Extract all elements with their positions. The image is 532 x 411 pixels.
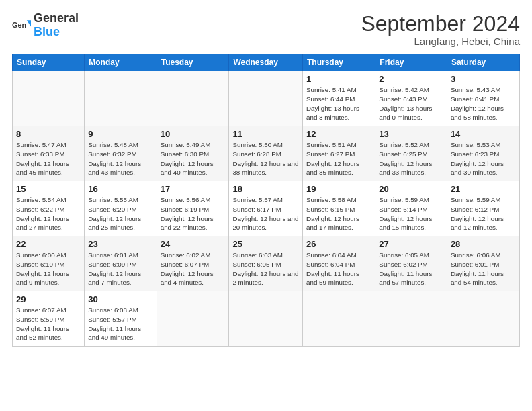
day-info: Sunrise: 6:06 AM Sunset: 6:01 PM Dayligh…	[451, 250, 516, 287]
calendar-day: 22 Sunrise: 6:00 AM Sunset: 6:10 PM Dayl…	[13, 236, 85, 291]
calendar-day: 11 Sunrise: 5:50 AM Sunset: 6:28 PM Dayl…	[229, 126, 303, 181]
svg-text:Gen: Gen	[12, 21, 26, 29]
calendar-empty	[375, 291, 447, 347]
day-info: Sunrise: 5:50 AM Sunset: 6:28 PM Dayligh…	[232, 140, 299, 177]
day-number: 9	[88, 129, 152, 139]
calendar-day: 20 Sunrise: 5:59 AM Sunset: 6:14 PM Dayl…	[375, 181, 447, 236]
day-info: Sunrise: 5:55 AM Sunset: 6:20 PM Dayligh…	[88, 195, 152, 232]
day-header: Tuesday	[157, 54, 229, 71]
day-number: 11	[232, 129, 299, 139]
day-number: 19	[306, 184, 371, 194]
day-info: Sunrise: 5:48 AM Sunset: 6:32 PM Dayligh…	[88, 140, 152, 177]
calendar-week: 15 Sunrise: 5:54 AM Sunset: 6:22 PM Dayl…	[13, 181, 520, 236]
day-info: Sunrise: 5:49 AM Sunset: 6:30 PM Dayligh…	[161, 140, 226, 177]
day-number: 1	[306, 74, 371, 84]
day-number: 16	[88, 184, 152, 194]
logo-blue: Blue	[34, 25, 60, 38]
day-number: 17	[161, 184, 226, 194]
calendar-empty	[157, 291, 229, 347]
month-title: September 2024	[361, 12, 520, 36]
day-info: Sunrise: 5:52 AM Sunset: 6:25 PM Dayligh…	[379, 140, 443, 177]
calendar-page: Gen General Blue September 2024 Langfang…	[0, 0, 532, 411]
logo-icon: Gen	[12, 16, 31, 35]
calendar-day: 12 Sunrise: 5:51 AM Sunset: 6:27 PM Dayl…	[303, 126, 375, 181]
day-number: 21	[451, 184, 516, 194]
day-info: Sunrise: 6:01 AM Sunset: 6:09 PM Dayligh…	[88, 250, 152, 287]
calendar-day: 14 Sunrise: 5:53 AM Sunset: 6:23 PM Dayl…	[447, 126, 519, 181]
calendar-day: 1 Sunrise: 5:41 AM Sunset: 6:44 PM Dayli…	[303, 71, 375, 126]
day-number: 29	[16, 294, 81, 304]
calendar-day: 29 Sunrise: 6:07 AM Sunset: 5:59 PM Dayl…	[13, 291, 85, 347]
day-number: 2	[379, 74, 443, 84]
calendar-empty	[229, 71, 303, 126]
calendar-day: 3 Sunrise: 5:43 AM Sunset: 6:41 PM Dayli…	[447, 71, 519, 126]
calendar-week: 22 Sunrise: 6:00 AM Sunset: 6:10 PM Dayl…	[13, 236, 520, 291]
day-info: Sunrise: 5:54 AM Sunset: 6:22 PM Dayligh…	[16, 195, 81, 232]
page-header: Gen General Blue September 2024 Langfang…	[12, 12, 520, 47]
day-info: Sunrise: 5:59 AM Sunset: 6:14 PM Dayligh…	[379, 195, 443, 232]
calendar-day: 19 Sunrise: 5:58 AM Sunset: 6:15 PM Dayl…	[303, 181, 375, 236]
day-number: 18	[232, 184, 299, 194]
day-number: 20	[379, 184, 443, 194]
calendar-day: 27 Sunrise: 6:05 AM Sunset: 6:02 PM Dayl…	[375, 236, 447, 291]
calendar-day: 21 Sunrise: 5:59 AM Sunset: 6:12 PM Dayl…	[447, 181, 519, 236]
day-info: Sunrise: 6:04 AM Sunset: 6:04 PM Dayligh…	[306, 250, 371, 287]
day-info: Sunrise: 6:02 AM Sunset: 6:07 PM Dayligh…	[161, 250, 226, 287]
day-header: Sunday	[13, 54, 85, 71]
title-block: September 2024 Langfang, Hebei, China	[361, 12, 520, 47]
day-info: Sunrise: 6:08 AM Sunset: 5:57 PM Dayligh…	[88, 306, 152, 342]
day-number: 10	[161, 129, 226, 139]
logo-text: General Blue	[34, 12, 79, 39]
calendar-empty	[303, 291, 375, 347]
day-number: 23	[88, 239, 152, 249]
day-header: Wednesday	[229, 54, 303, 71]
calendar-empty	[13, 71, 85, 126]
calendar-day: 25 Sunrise: 6:03 AM Sunset: 6:05 PM Dayl…	[229, 236, 303, 291]
calendar-header: SundayMondayTuesdayWednesdayThursdayFrid…	[13, 54, 520, 71]
calendar-empty	[157, 71, 229, 126]
day-number: 3	[451, 74, 516, 84]
day-header: Monday	[85, 54, 157, 71]
day-info: Sunrise: 5:43 AM Sunset: 6:41 PM Dayligh…	[451, 85, 516, 122]
calendar-week: 8 Sunrise: 5:47 AM Sunset: 6:33 PM Dayli…	[13, 126, 520, 181]
calendar-empty	[229, 291, 303, 347]
day-info: Sunrise: 6:00 AM Sunset: 6:10 PM Dayligh…	[16, 250, 81, 287]
calendar-day: 24 Sunrise: 6:02 AM Sunset: 6:07 PM Dayl…	[157, 236, 229, 291]
calendar-day: 17 Sunrise: 5:56 AM Sunset: 6:19 PM Dayl…	[157, 181, 229, 236]
day-header: Thursday	[303, 54, 375, 71]
day-header: Saturday	[447, 54, 519, 71]
svg-marker-1	[27, 20, 31, 26]
logo-general: General	[34, 11, 79, 25]
calendar-day: 10 Sunrise: 5:49 AM Sunset: 6:30 PM Dayl…	[157, 126, 229, 181]
calendar-day: 28 Sunrise: 6:06 AM Sunset: 6:01 PM Dayl…	[447, 236, 519, 291]
day-number: 24	[161, 239, 226, 249]
calendar-day: 30 Sunrise: 6:08 AM Sunset: 5:57 PM Dayl…	[85, 291, 157, 347]
day-info: Sunrise: 6:05 AM Sunset: 6:02 PM Dayligh…	[379, 250, 443, 287]
day-number: 27	[379, 239, 443, 249]
calendar-day: 23 Sunrise: 6:01 AM Sunset: 6:09 PM Dayl…	[85, 236, 157, 291]
day-info: Sunrise: 5:41 AM Sunset: 6:44 PM Dayligh…	[306, 85, 371, 122]
day-info: Sunrise: 5:59 AM Sunset: 6:12 PM Dayligh…	[451, 195, 516, 232]
day-number: 28	[451, 239, 516, 249]
day-number: 22	[16, 239, 81, 249]
calendar-empty	[85, 71, 157, 126]
calendar-table: SundayMondayTuesdayWednesdayThursdayFrid…	[12, 54, 520, 347]
day-number: 12	[306, 129, 371, 139]
day-info: Sunrise: 5:57 AM Sunset: 6:17 PM Dayligh…	[232, 195, 299, 232]
calendar-day: 13 Sunrise: 5:52 AM Sunset: 6:25 PM Dayl…	[375, 126, 447, 181]
calendar-day: 18 Sunrise: 5:57 AM Sunset: 6:17 PM Dayl…	[229, 181, 303, 236]
calendar-week: 1 Sunrise: 5:41 AM Sunset: 6:44 PM Dayli…	[13, 71, 520, 126]
day-info: Sunrise: 5:53 AM Sunset: 6:23 PM Dayligh…	[451, 140, 516, 177]
day-info: Sunrise: 5:42 AM Sunset: 6:43 PM Dayligh…	[379, 85, 443, 122]
calendar-empty	[447, 291, 519, 347]
calendar-day: 16 Sunrise: 5:55 AM Sunset: 6:20 PM Dayl…	[85, 181, 157, 236]
location-subtitle: Langfang, Hebei, China	[361, 36, 520, 47]
day-info: Sunrise: 5:47 AM Sunset: 6:33 PM Dayligh…	[16, 140, 81, 177]
logo: Gen General Blue	[12, 12, 79, 39]
day-number: 14	[451, 129, 516, 139]
day-number: 8	[16, 129, 81, 139]
day-header: Friday	[375, 54, 447, 71]
day-number: 25	[232, 239, 299, 249]
calendar-day: 26 Sunrise: 6:04 AM Sunset: 6:04 PM Dayl…	[303, 236, 375, 291]
day-info: Sunrise: 5:51 AM Sunset: 6:27 PM Dayligh…	[306, 140, 371, 177]
